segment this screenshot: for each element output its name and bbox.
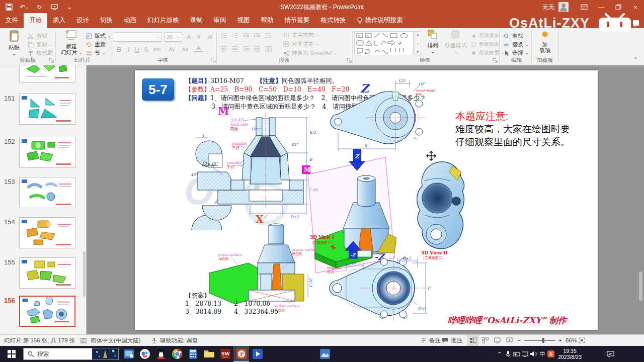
font-size-combobox[interactable]: 20⌄ bbox=[164, 32, 182, 42]
thumbnail-150[interactable] bbox=[19, 65, 75, 82]
zoom-in-button[interactable]: + bbox=[558, 335, 562, 346]
tab-design[interactable]: 设计 bbox=[71, 13, 95, 28]
paragraph-dialog-launcher[interactable] bbox=[346, 57, 352, 63]
quick-styles-button[interactable]: 快速样式⌄ bbox=[444, 29, 468, 54]
reading-view-button[interactable] bbox=[491, 335, 503, 346]
cut-button[interactable]: 剪切 bbox=[27, 32, 47, 40]
font-dialog-launcher[interactable] bbox=[210, 57, 216, 63]
align-left-icon[interactable] bbox=[220, 45, 227, 52]
accessibility-status[interactable]: 辅助功能: 调查 bbox=[160, 335, 198, 346]
movies-app-icon[interactable] bbox=[317, 346, 333, 362]
line-spacing-icon[interactable] bbox=[265, 32, 272, 39]
font-color-caret-icon[interactable]: ⌄ bbox=[203, 46, 212, 55]
section-button[interactable]: 节 ⌄ bbox=[86, 49, 106, 57]
close-button[interactable]: × bbox=[627, 0, 644, 14]
tab-insert[interactable]: 插入 bbox=[47, 13, 71, 28]
clipboard-dialog-launcher[interactable] bbox=[48, 57, 54, 63]
tab-view[interactable]: 视图 bbox=[232, 13, 256, 28]
font-name-combobox[interactable]: ⌄ bbox=[114, 32, 162, 42]
thumbnail-154[interactable] bbox=[19, 217, 75, 248]
ime-indicator[interactable]: 中 bbox=[538, 346, 546, 362]
tell-me-search[interactable]: 操作说明搜索 bbox=[352, 13, 408, 28]
align-center-icon[interactable] bbox=[231, 45, 238, 52]
thumbnail-155[interactable] bbox=[19, 257, 75, 289]
baidu-netdisk-icon[interactable] bbox=[137, 346, 152, 362]
addins-button[interactable]: 加载项 bbox=[534, 29, 555, 53]
shapes-scroll[interactable]: ▲▪▼ bbox=[415, 31, 421, 55]
tab-file[interactable]: 文件 bbox=[0, 13, 24, 28]
replace-button[interactable]: ab替换 ⌄ bbox=[503, 41, 529, 48]
taskbar-search[interactable]: 搜索 bbox=[23, 348, 119, 360]
thumbnail-scrollbar[interactable] bbox=[83, 251, 86, 297]
columns-icon[interactable] bbox=[265, 45, 272, 52]
clear-formatting-icon[interactable]: A̸ bbox=[205, 33, 214, 41]
zoom-level[interactable]: 86% bbox=[566, 335, 577, 346]
ribbon-display-options-icon[interactable] bbox=[576, 0, 593, 14]
slide-thumbnail-panel[interactable]: 151 152 153 154 155 156 bbox=[0, 65, 87, 334]
slide-sorter-view-button[interactable] bbox=[479, 335, 491, 346]
drawing-dialog-launcher[interactable] bbox=[492, 57, 498, 63]
avatar[interactable] bbox=[558, 2, 569, 12]
display-icon[interactable] bbox=[521, 346, 529, 362]
tab-review[interactable]: 审阅 bbox=[208, 13, 232, 28]
format-painter-button[interactable]: 格式刷 bbox=[27, 49, 53, 57]
thumbnail-152[interactable] bbox=[19, 137, 75, 168]
spellcheck-icon[interactable] bbox=[80, 335, 87, 346]
photos-app-icon[interactable] bbox=[121, 346, 136, 362]
tab-help[interactable]: 帮助 bbox=[256, 13, 279, 28]
numbering-icon[interactable]: 12 bbox=[231, 32, 238, 39]
paste-button[interactable]: 粘贴⌄ bbox=[3, 29, 25, 56]
change-case-button[interactable]: Aa bbox=[179, 45, 191, 54]
zoom-slider[interactable] bbox=[524, 335, 555, 346]
layout-button[interactable]: 版式 ⌄ bbox=[86, 32, 111, 40]
canvas-scrollbar[interactable] bbox=[639, 272, 642, 301]
align-text-button[interactable]: 对齐文本 ⌄ bbox=[283, 40, 319, 48]
collapse-ribbon-icon[interactable]: ⌃ bbox=[633, 56, 638, 63]
calculator-icon[interactable] bbox=[185, 346, 201, 362]
tab-format-convert[interactable]: 格式转换 bbox=[315, 13, 352, 28]
select-button[interactable]: 选择 ⌄ bbox=[503, 49, 529, 57]
projector-icon[interactable] bbox=[512, 346, 521, 362]
underline-button[interactable]: U bbox=[133, 45, 141, 54]
decrease-font-icon[interactable]: Aˇ bbox=[195, 33, 204, 41]
text-direction-button[interactable]: 文字方向 ⌄ bbox=[283, 31, 319, 39]
strikethrough-button[interactable]: abc bbox=[151, 45, 163, 54]
tab-storyboarding[interactable]: 情节提要 bbox=[279, 13, 315, 28]
fit-to-window-icon[interactable] bbox=[579, 335, 585, 346]
qq-icon[interactable] bbox=[153, 346, 169, 362]
shapes-gallery[interactable]: A A bbox=[354, 31, 414, 55]
tab-home[interactable]: 开始 bbox=[24, 13, 47, 28]
action-center-icon[interactable] bbox=[606, 346, 615, 362]
volume-icon[interactable] bbox=[529, 346, 538, 362]
video-player-icon[interactable] bbox=[250, 346, 265, 362]
italic-button[interactable]: I bbox=[124, 45, 132, 54]
font-color-button[interactable]: A bbox=[194, 45, 203, 52]
find-button[interactable]: 查找 bbox=[503, 32, 523, 40]
chrome-icon[interactable] bbox=[169, 346, 185, 362]
tab-transitions[interactable]: 切换 bbox=[95, 13, 118, 28]
zoom-out-button[interactable]: − bbox=[517, 335, 521, 346]
smartart-button[interactable]: 转换为 SmartArt ⌄ bbox=[283, 49, 337, 57]
file-explorer-icon[interactable] bbox=[201, 346, 217, 362]
text-shadow-button[interactable]: S bbox=[142, 45, 150, 54]
accessibility-icon[interactable] bbox=[151, 335, 157, 346]
tab-animations[interactable]: 动画 bbox=[118, 13, 142, 28]
account-name[interactable]: 无无 bbox=[542, 3, 554, 12]
current-slide[interactable]: OsA 5-7 【题目】3D16-M07 【注意】同色圆弧半径相同。 【参数】A… bbox=[135, 70, 598, 330]
restore-button[interactable] bbox=[610, 0, 627, 14]
increase-font-icon[interactable]: Aˆ bbox=[185, 33, 194, 41]
notes-toggle[interactable]: 备注 bbox=[421, 335, 441, 346]
arrange-button[interactable]: 排列⌄ bbox=[423, 29, 443, 54]
slideshow-view-button[interactable] bbox=[503, 335, 515, 346]
decrease-indent-icon[interactable] bbox=[243, 32, 250, 39]
minimize-button[interactable]: — bbox=[593, 0, 610, 14]
solidworks-icon[interactable]: SW2022 bbox=[217, 346, 233, 362]
microphone-icon[interactable] bbox=[504, 346, 512, 362]
align-right-icon[interactable] bbox=[243, 45, 250, 52]
comments-toggle[interactable]: 批注 bbox=[442, 335, 462, 346]
tab-slideshow[interactable]: 幻灯片放映 bbox=[142, 13, 185, 28]
increase-indent-icon[interactable] bbox=[254, 32, 261, 39]
sogou-icon[interactable]: S bbox=[546, 346, 555, 362]
start-button[interactable] bbox=[0, 346, 23, 362]
thumbnail-151[interactable] bbox=[19, 94, 75, 125]
